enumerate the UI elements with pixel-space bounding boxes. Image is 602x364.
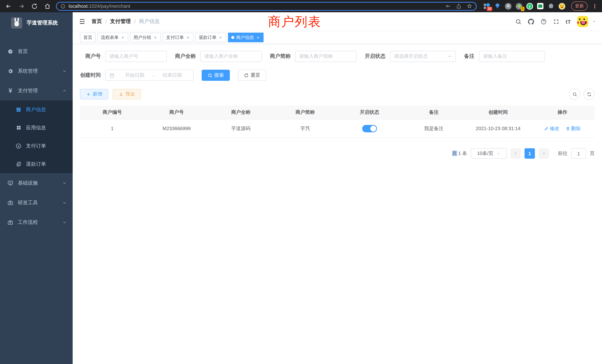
gem-extension-icon[interactable]: [494, 3, 501, 10]
sidebar-item-label: 系统管理: [18, 68, 38, 74]
url-path: :1024/pay/merchant: [88, 3, 130, 9]
tab-process-form[interactable]: 流程表单×: [97, 33, 128, 42]
refresh-icon: [244, 73, 249, 78]
forward-icon[interactable]: [18, 3, 25, 10]
sidebar-logo[interactable]: 芋道管理系统: [0, 12, 73, 33]
help-icon[interactable]: [540, 18, 547, 25]
sidebar-item-payment[interactable]: ¥ 支付管理: [0, 81, 73, 100]
screen: localhost:1024/pay/merchant 10 ⌘ 1 y: [0, 0, 602, 364]
browser-nav-buttons: [5, 3, 51, 10]
address-bar[interactable]: localhost:1024/pay/merchant: [56, 2, 477, 11]
user-avatar[interactable]: [577, 16, 588, 27]
back-icon[interactable]: [5, 3, 12, 10]
briefcase-icon: [7, 219, 13, 225]
fullscreen-icon[interactable]: [553, 18, 559, 25]
search-icon[interactable]: [515, 18, 522, 25]
profile-avatar-icon[interactable]: [559, 3, 565, 10]
toggle-search-button[interactable]: [569, 89, 580, 100]
cell-merchant-id: 1: [80, 119, 144, 138]
cell-status: [337, 119, 402, 138]
y-extension-icon[interactable]: y: [526, 3, 533, 10]
navbar-actions: tT: [515, 16, 596, 27]
address-bar-actions: [445, 3, 472, 9]
notifier-extension-icon[interactable]: 1: [516, 3, 522, 10]
remark-input[interactable]: 请输入备注: [479, 51, 545, 62]
page-1-button[interactable]: 1: [525, 148, 535, 159]
edit-link[interactable]: 修改: [544, 125, 559, 132]
reload-icon[interactable]: [31, 3, 38, 10]
reset-button[interactable]: 重置: [238, 70, 266, 81]
close-icon[interactable]: ×: [186, 35, 190, 40]
chat-extension-icon[interactable]: [537, 3, 544, 10]
merchant-no-input[interactable]: 请输入商户号: [105, 51, 167, 62]
goto-page-input[interactable]: [571, 148, 586, 159]
next-page-button[interactable]: [539, 148, 549, 159]
breadcrumb-home[interactable]: 首页: [92, 18, 102, 25]
tab-pay-orders[interactable]: 支付订单×: [163, 33, 194, 42]
short-name-input[interactable]: 请输入商户简称: [295, 51, 357, 62]
delete-link[interactable]: 删除: [566, 125, 581, 132]
date-separator: -: [152, 73, 155, 78]
command-extension-icon[interactable]: ⌘: [505, 3, 512, 10]
col-remark: 备注: [402, 106, 466, 119]
trash-icon: [566, 126, 570, 131]
sidebar-item-system[interactable]: 系统管理: [0, 61, 73, 81]
col-create-time: 创建时间: [466, 106, 530, 119]
font-size-icon[interactable]: tT: [566, 18, 571, 25]
documents-icon: [16, 161, 22, 167]
tab-user-group[interactable]: 用户分组×: [130, 33, 161, 42]
password-key-icon[interactable]: [445, 3, 451, 9]
page-size-select[interactable]: 10条/页: [471, 148, 507, 159]
tags-view: 首页 流程表单× 用户分组× 支付订单× 退款订单× 商户信息×: [73, 31, 602, 44]
sidebar-fold-icon[interactable]: [79, 19, 86, 24]
chrome-update-button[interactable]: 更新: [571, 1, 588, 11]
breadcrumb-section[interactable]: 支付管理: [110, 18, 131, 25]
sidebar-item-workflow[interactable]: 工作流程: [0, 212, 73, 232]
url-host: localhost: [69, 3, 88, 9]
status-select[interactable]: 请选择开启状态: [390, 51, 456, 62]
sidebar-item-app-info[interactable]: 应用信息: [0, 119, 73, 137]
github-icon[interactable]: [528, 18, 534, 25]
cell-full-name: 芋道源码: [209, 119, 273, 138]
prev-page-button[interactable]: [510, 148, 521, 159]
grid-icon: [16, 125, 22, 131]
cell-actions: 修改 删除: [530, 119, 595, 138]
export-button[interactable]: 导出: [113, 89, 141, 99]
sidebar-item-pay-orders[interactable]: ¥ 支付订单: [0, 137, 73, 155]
tab-home[interactable]: 首页: [80, 33, 96, 42]
close-icon[interactable]: ×: [256, 35, 260, 40]
extensions-puzzle-icon[interactable]: [548, 3, 555, 10]
full-name-input[interactable]: 请输入商户全称: [200, 51, 262, 62]
chevron-left-icon: [513, 151, 518, 156]
sidebar-item-home[interactable]: 首页: [0, 42, 73, 61]
filter-row-2: 创建时间 开始日期 - 结束日期 搜索 重置: [80, 70, 595, 81]
tab-refund-orders[interactable]: 退款订单×: [195, 33, 226, 42]
refresh-table-button[interactable]: [583, 89, 595, 100]
add-button[interactable]: 新增: [80, 89, 108, 99]
close-icon[interactable]: ×: [153, 35, 158, 40]
bookmark-star-icon[interactable]: [467, 3, 472, 9]
avatar-caret-icon[interactable]: [592, 20, 596, 23]
page-info-icon[interactable]: [60, 3, 66, 9]
status-toggle[interactable]: [362, 125, 377, 132]
sidebar-item-infrastructure[interactable]: 基础设施: [0, 173, 73, 193]
home-icon[interactable]: [44, 3, 51, 10]
logo-avatar: [11, 17, 22, 28]
date-end-placeholder: 结束日期: [155, 72, 189, 79]
chrome-menu-icon[interactable]: ⋮: [592, 3, 598, 9]
date-range-input[interactable]: 开始日期 - 结束日期: [105, 70, 194, 81]
share-icon[interactable]: [456, 3, 462, 9]
sidebar-item-dev-tools[interactable]: 研发工具: [0, 193, 73, 212]
sidebar-item-refund-orders[interactable]: 退款订单: [0, 155, 73, 173]
breadcrumb-current: 商户信息: [139, 18, 160, 25]
close-icon[interactable]: ×: [218, 35, 223, 40]
close-icon[interactable]: ×: [120, 35, 125, 40]
sidebar: 芋道管理系统 首页 系统管理 ¥ 支付管: [0, 12, 73, 364]
chevron-down-icon: [496, 151, 500, 156]
sidebar-item-merchant-info[interactable]: 商户信息: [0, 100, 73, 119]
tab-manager-extension-icon[interactable]: 10: [483, 3, 490, 10]
sidebar-item-label: 支付管理: [18, 87, 38, 94]
download-icon: [119, 92, 123, 96]
tab-merchant-info[interactable]: 商户信息×: [228, 33, 264, 42]
search-button[interactable]: 搜索: [202, 70, 230, 81]
